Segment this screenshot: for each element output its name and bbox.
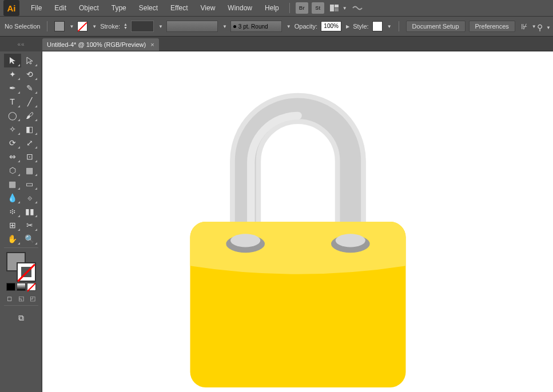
svg-point-10 (230, 234, 260, 247)
align-icon[interactable]: ⊮ (521, 22, 527, 31)
control-bar: No Selection ▼ ▼ Stroke: ▲▼ ▼ ▼ 3 pt. Ro… (0, 16, 553, 37)
chevron-down-icon: ▼ (546, 25, 551, 30)
svg-rect-1 (335, 5, 339, 7)
menu-file[interactable]: File (25, 2, 47, 14)
menu-edit[interactable]: Edit (49, 2, 72, 14)
paintbrush-tool[interactable]: 🖌 (21, 109, 38, 122)
control-separator (399, 21, 399, 31)
direct-selection-tool[interactable] (21, 54, 38, 67)
chevron-down-icon: ▼ (222, 24, 227, 29)
type-tool[interactable]: T (4, 95, 21, 109)
fill-swatch[interactable] (54, 21, 65, 31)
app-logo-text: Ai (7, 3, 16, 13)
screen-mode[interactable]: ⧉ (13, 311, 30, 325)
draw-modes: ◻ ◱ ◰ (4, 293, 38, 303)
gpu-preview-icon[interactable] (352, 4, 363, 12)
graphic-style-swatch[interactable] (372, 21, 383, 31)
draw-normal[interactable]: ◻ (4, 293, 15, 303)
menu-bar: Ai File Edit Object Type Select Effect V… (0, 0, 553, 16)
shape-builder-tool[interactable]: ⬡ (4, 163, 21, 177)
pen-tool[interactable]: ✒ (4, 81, 21, 95)
arrange-documents[interactable]: ▼ (330, 5, 347, 11)
rotate-tool[interactable]: ⟳ (4, 136, 21, 150)
brush-dot-icon (233, 25, 236, 28)
chevron-down-icon: ▼ (92, 24, 97, 29)
screen-mode-icon[interactable]: ⧉ (13, 311, 30, 325)
opacity-input[interactable]: 100% (321, 21, 341, 31)
free-transform-tool[interactable]: ⊡ (21, 150, 38, 163)
fill-stroke-control[interactable] (6, 252, 36, 282)
document-setup-button[interactable]: Document Setup (406, 21, 466, 32)
width-tool[interactable]: ⇔ (4, 150, 21, 163)
color-mode-gradient[interactable] (17, 283, 26, 291)
svg-rect-0 (330, 5, 334, 11)
toolbar-grip[interactable]: «« (0, 37, 42, 51)
brush-definition[interactable]: 3 pt. Round (230, 21, 282, 32)
artboard-tool[interactable]: ⊞ (4, 218, 21, 232)
line-tool[interactable]: ╱ (21, 95, 38, 109)
perspective-tool[interactable]: ▦ (21, 163, 38, 177)
arrange-icon (330, 5, 339, 11)
draw-inside[interactable]: ◰ (27, 293, 38, 303)
brush-name: 3 pt. Round (238, 23, 268, 30)
preferences-button[interactable]: Preferences (469, 21, 515, 32)
menu-object[interactable]: Object (73, 2, 105, 14)
slice-tool[interactable]: ✂ (21, 218, 38, 232)
menu-type[interactable]: Type (106, 2, 132, 14)
mesh-tool[interactable]: ▦ (4, 177, 21, 191)
stroke-swatch[interactable] (77, 21, 87, 31)
tool-panel: ✦ ⟲ ✒ ✎ T ╱ ◯ 🖌 ✧ ◧ ⟳ ⤢ ⇔ ⊡ ⬡ ▦ (0, 51, 42, 392)
hand-tool[interactable]: ✋ (4, 232, 21, 246)
app-logo: Ai (3, 0, 19, 16)
menu-select[interactable]: Select (133, 2, 164, 14)
search-icon[interactable]: ⚲ (537, 23, 543, 32)
document-tab[interactable]: Untitled-4* @ 100% (RGB/Preview) × (42, 38, 159, 51)
shaper-tool[interactable]: ✧ (4, 122, 21, 136)
eraser-tool[interactable]: ◧ (21, 122, 38, 136)
chevron-down-icon: ▼ (532, 24, 536, 29)
color-mode-solid[interactable] (6, 283, 15, 291)
control-separator (47, 21, 47, 31)
lock-icon (155, 56, 441, 387)
svg-point-11 (335, 234, 365, 247)
svg-rect-2 (335, 8, 339, 11)
chevron-down-icon: ▼ (69, 24, 74, 29)
selection-tool[interactable] (4, 54, 21, 67)
color-mode-none[interactable] (27, 283, 36, 291)
gradient-tool[interactable]: ▭ (21, 177, 38, 191)
symbol-sprayer-tool[interactable]: ፨ (4, 205, 21, 218)
stroke-label: Stroke: (100, 23, 120, 30)
chevron-right-icon[interactable]: ▶ (346, 24, 349, 29)
menu-view[interactable]: View (195, 2, 221, 14)
artwork-padlock (42, 51, 553, 392)
menu-separator (289, 3, 290, 13)
draw-behind[interactable]: ◱ (15, 293, 27, 303)
color-mode-row (6, 283, 36, 291)
style-label: Style: (353, 23, 369, 30)
canvas[interactable] (42, 51, 553, 392)
lasso-tool[interactable]: ⟲ (21, 67, 38, 81)
document-tab-row: Untitled-4* @ 100% (RGB/Preview) × (0, 37, 553, 51)
tab-close-button[interactable]: × (150, 41, 154, 48)
zoom-tool[interactable]: 🔍 (21, 232, 38, 246)
menu-window[interactable]: Window (222, 2, 258, 14)
stroke-weight-stepper[interactable]: ▲▼ (124, 23, 128, 30)
selection-status: No Selection (5, 23, 40, 30)
bridge-icon[interactable]: Br (296, 2, 308, 14)
variable-width-profile[interactable] (166, 21, 218, 32)
chevron-down-icon: ▼ (387, 24, 392, 29)
menu-help[interactable]: Help (259, 2, 285, 14)
stock-icon[interactable]: St (312, 2, 324, 14)
curvature-tool[interactable]: ✎ (21, 81, 38, 95)
column-graph-tool[interactable]: ▮▮ (21, 205, 38, 218)
scale-tool[interactable]: ⤢ (21, 136, 38, 150)
eyedropper-tool[interactable]: 💧 (4, 191, 21, 205)
rectangle-tool[interactable]: ◯ (4, 109, 21, 122)
chevron-down-icon: ▼ (343, 6, 347, 11)
menu-effect[interactable]: Effect (165, 2, 193, 14)
stroke-color-box[interactable] (17, 262, 36, 282)
stroke-weight-input[interactable] (131, 21, 154, 32)
opacity-label: Opacity: (295, 23, 317, 30)
magic-wand-tool[interactable]: ✦ (4, 67, 21, 81)
blend-tool[interactable]: ⟐ (21, 191, 38, 205)
